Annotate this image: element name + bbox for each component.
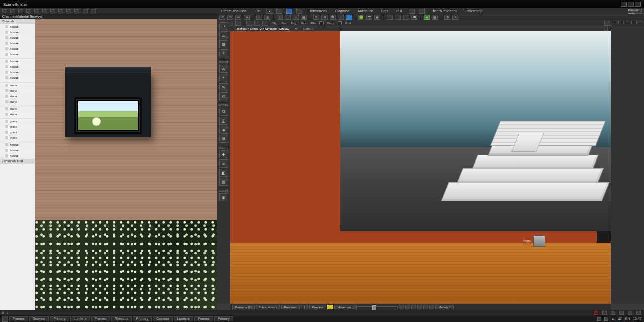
tree-row[interactable]: grass: [0, 119, 35, 124]
plus-tool-icon[interactable]: ⊞: [219, 135, 228, 143]
menu-dropdown-icon[interactable]: ▾: [266, 9, 272, 14]
tree-row[interactable]: house: [0, 41, 35, 46]
asset-tree[interactable]: Channels house house house house house h…: [0, 19, 35, 310]
goto-start-icon[interactable]: [399, 305, 404, 309]
tree-row[interactable]: stone: [0, 99, 35, 105]
tree-row[interactable]: grass: [0, 130, 35, 135]
transport-end[interactable]: Material1: [435, 305, 454, 309]
start-button[interactable]: [2, 316, 8, 322]
tree-row[interactable]: stone: [0, 106, 35, 112]
menu-item[interactable]: Animation: [356, 9, 375, 13]
taskbar-task[interactable]: Lumiere: [70, 316, 90, 321]
align-l-icon[interactable]: ⎸: [387, 15, 393, 20]
transport-frame[interactable]: 1: [301, 305, 308, 309]
sun-icon[interactable]: [358, 15, 364, 20]
save-icon[interactable]: [18, 9, 23, 13]
tray-volume-icon[interactable]: 🔊: [618, 317, 622, 321]
menu-swatch-icon[interactable]: [419, 9, 425, 14]
material-icon[interactable]: ◍: [264, 15, 270, 20]
tree-row[interactable]: stone: [0, 83, 35, 88]
asset-preview[interactable]: [35, 19, 217, 310]
status-icon[interactable]: [636, 311, 641, 315]
snap-edge-icon[interactable]: ⎮: [285, 15, 291, 20]
grid-tool-icon[interactable]: ▦: [219, 40, 228, 48]
tree-row[interactable]: house: [0, 70, 35, 75]
orbit-icon[interactable]: ⟳: [313, 15, 319, 20]
prop-tab[interactable]: [638, 21, 643, 24]
open-icon[interactable]: [10, 9, 15, 13]
mode-label[interactable]: Ele: [310, 22, 317, 25]
transport-label[interactable]: Rename (2): [232, 305, 255, 309]
taskbar-task[interactable]: Primary: [50, 316, 69, 321]
snap-grid-icon[interactable]: ▦: [301, 15, 307, 20]
play-icon[interactable]: [411, 305, 416, 309]
minimize-button[interactable]: [621, 2, 627, 7]
home-icon[interactable]: ⌂: [338, 15, 344, 20]
tree-row[interactable]: stone: [0, 88, 35, 94]
breadcrumb-mode[interactable]: Stereo: [301, 27, 313, 30]
menu-item[interactable]: Edit: [252, 9, 262, 13]
tree-row[interactable]: grass: [0, 135, 35, 141]
undo-icon[interactable]: ↶: [219, 15, 225, 20]
taskbar-task[interactable]: Frames: [91, 316, 110, 321]
menu-item[interactable]: PresetRelations: [219, 9, 248, 13]
align-r-icon[interactable]: ⎹: [403, 15, 409, 20]
taskbar-task[interactable]: Primary: [133, 316, 152, 321]
tray-clock[interactable]: 12:47: [633, 317, 642, 320]
render-setup-button[interactable]: Render setup: [628, 9, 642, 14]
tree-row[interactable]: house: [0, 59, 35, 64]
breadcrumb-path[interactable]: Finished > Group_2 > Simulate_Window: [233, 27, 291, 30]
globe-icon[interactable]: 🌐: [346, 15, 352, 20]
status-icon[interactable]: [619, 311, 624, 315]
axis-y-icon[interactable]: [254, 21, 260, 26]
menu-swatch-icon[interactable]: [286, 9, 292, 14]
tree-row[interactable]: house: [0, 153, 35, 159]
new-icon[interactable]: [2, 9, 7, 13]
transport-label[interactable]: Preview: [309, 305, 326, 309]
tree-row[interactable]: house: [0, 35, 35, 41]
menu-item[interactable]: PRI: [394, 9, 405, 13]
status-icon[interactable]: [628, 311, 632, 315]
diamond-tool-icon[interactable]: ◈: [219, 126, 228, 134]
redo-icon[interactable]: [66, 9, 71, 13]
mode-label[interactable]: Edg: [289, 22, 298, 25]
transport-label[interactable]: Movement 1: [334, 305, 357, 309]
menu-swatch-icon[interactable]: [409, 9, 415, 14]
tree-row[interactable]: house: [0, 24, 35, 30]
text-tool-icon[interactable]: A: [219, 65, 228, 73]
grid-icon[interactable]: [74, 9, 79, 13]
wave-tool-icon[interactable]: ≋: [219, 159, 228, 168]
camera-icon[interactable]: 📷: [366, 15, 372, 20]
select-inv-icon[interactable]: [235, 21, 242, 26]
taskbar-task[interactable]: Lumiere: [174, 316, 193, 321]
misc-icon[interactable]: [604, 21, 610, 26]
menu-item[interactable]: Rigs: [379, 9, 390, 13]
status-icon[interactable]: [602, 311, 607, 315]
undo-icon[interactable]: [58, 9, 63, 13]
pan-icon[interactable]: ✥: [321, 15, 328, 20]
add-tool-icon[interactable]: ✚: [219, 150, 228, 158]
column-tool-icon[interactable]: ⦀: [219, 49, 228, 57]
tray-up-icon[interactable]: ▲: [611, 317, 615, 320]
breadcrumb-drop-icon[interactable]: ▾: [294, 27, 298, 30]
unlink-icon[interactable]: ⚮: [244, 15, 250, 20]
left-tab-active[interactable]: Channel/Material Browser: [2, 15, 43, 18]
step-fwd-icon[interactable]: [417, 305, 422, 309]
menu-item[interactable]: References: [306, 9, 329, 13]
close-panel-icon[interactable]: ✕: [452, 15, 458, 20]
list-icon[interactable]: [83, 9, 88, 13]
transport-label[interactable]: Editor: Aniso1: [256, 305, 280, 309]
prop-tab[interactable]: [631, 21, 637, 24]
tray-lang[interactable]: EN: [625, 317, 630, 320]
snap-vert-icon[interactable]: ⋮: [277, 15, 283, 20]
step-back-icon[interactable]: [405, 305, 410, 309]
timeline-slider[interactable]: [358, 306, 398, 308]
prop-tab[interactable]: [612, 21, 617, 24]
paste-icon[interactable]: [50, 9, 55, 13]
rows-tool-icon[interactable]: ▤: [219, 178, 228, 186]
tree-row[interactable]: stone: [0, 94, 35, 99]
grid-checkbox[interactable]: [338, 21, 342, 25]
mode-label[interactable]: Fce: [300, 22, 308, 25]
mode-label[interactable]: Pnt: [280, 22, 287, 25]
link-icon[interactable]: ⚯: [235, 15, 242, 20]
